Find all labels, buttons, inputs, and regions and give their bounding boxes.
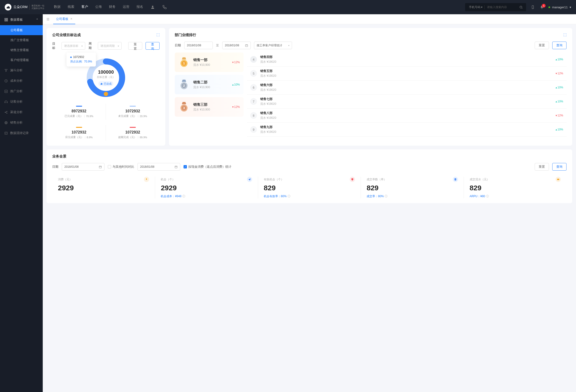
date-label: 日期 (175, 43, 181, 48)
nav-customers[interactable]: 客户 (82, 5, 88, 9)
search-type-select[interactable]: 手机号码 ▾ (467, 5, 485, 9)
sidebar-item-sales-mgr[interactable]: 销售主管看板 (0, 45, 43, 55)
sidebar-item-sales[interactable]: 销售分析 (0, 117, 43, 128)
period-label: 周期 (88, 42, 94, 50)
biz-card: 业务全景 日期 2018/01/08 与其他时间对比 2018/01/08 ✓按… (47, 150, 572, 203)
sidebar-item-company[interactable]: 公司看板 (0, 25, 43, 35)
period-select[interactable]: 请选择周期▾ (98, 42, 121, 50)
list-item: 8销售八部流水 ¥19020▾ 12% (247, 109, 567, 122)
expand-icon[interactable]: ⛶ (563, 33, 567, 37)
date-to[interactable]: 2018/01/08 (222, 42, 251, 49)
logo[interactable]: 云朵CRM 教育机构一站式服务云平台 (5, 4, 44, 10)
goal-total: 100000 (97, 69, 115, 75)
kpi-revenue: 成交流水（元） 829 ARPU：¥80ⓘ (464, 177, 567, 198)
phone-icon[interactable] (162, 5, 167, 9)
help-icon[interactable]: ⓘ (486, 194, 489, 198)
trend-down-icon: ▾ 12% (232, 105, 240, 109)
headset-icon (4, 100, 8, 104)
mode-select[interactable]: 按工单客户经理统计▾ (254, 42, 292, 49)
svg-point-5 (542, 8, 542, 9)
search-button[interactable] (518, 5, 524, 9)
list-item: 9销售九部流水 ¥19020▴ 10% (247, 122, 567, 137)
list-item: 4销售四部流水 ¥19020▴ 10% (247, 53, 567, 66)
goal-card: 公司业绩目标达成 ⛶ 目标 请选择目标▾ 周期 请选择周期▾ 重置 查询 (47, 28, 165, 146)
nav-leads[interactable]: 线索 (68, 5, 74, 9)
chart-icon (4, 90, 8, 93)
cash-checkbox[interactable]: ✓按现金消费（返点后消费）统计 (183, 165, 231, 169)
reset-button[interactable]: 重置 (535, 163, 549, 171)
logo-text: 云朵CRM (13, 5, 28, 9)
help-icon[interactable]: ⓘ (385, 194, 387, 198)
svg-rect-9 (6, 20, 8, 21)
card-icon (556, 177, 561, 182)
target-icon (4, 121, 8, 124)
kpi-opps: 机会（个） 2929 机会成本：¥948ⓘ (155, 177, 258, 198)
nav-finance[interactable]: 财务 (109, 5, 116, 9)
clock-icon (4, 79, 8, 83)
expand-icon[interactable]: ⛶ (156, 33, 160, 37)
reset-button[interactable]: 重置 (128, 42, 142, 50)
rank-top3: 1 销售一部流水 ¥10,900 ▾ 12% 2 销售二部流水 ¥10,900 … (175, 53, 244, 137)
nav-data[interactable]: 数据 (54, 5, 60, 9)
sidebar-item-promo-mgr[interactable]: 推广主管看板 (0, 35, 43, 45)
user-icon[interactable] (150, 5, 155, 9)
sidebar-item-funnel[interactable]: 漏斗分析 (0, 65, 43, 76)
query-button[interactable]: 查询 (552, 42, 567, 49)
biz-date1[interactable]: 2018/01/08 (62, 163, 105, 171)
thumb-icon (100, 82, 103, 85)
top-nav: 数据 线索 客户 公海 财务 运营 报名 (54, 5, 465, 9)
trend-up-icon: ▴ 10% (232, 83, 240, 86)
tab-company-dashboard[interactable]: 公司看板 ✕ (53, 14, 75, 24)
rank-2: 2 销售二部流水 ¥10,900 ▴ 10% (175, 75, 244, 94)
calendar-icon (245, 44, 248, 47)
goal-stats: 8972932 已完成量（元）70.9% 1072932 未完成量（元）20.9… (52, 104, 160, 141)
nav-signup[interactable]: 报名 (137, 5, 143, 9)
biz-date2[interactable]: 2018/01/08 (138, 163, 180, 171)
user-menu[interactable]: manager11 ▾ (548, 5, 571, 9)
sidebar-item-visitor[interactable]: 访客分析 (0, 96, 43, 107)
rank-body: 1 销售一部流水 ¥10,900 ▾ 12% 2 销售二部流水 ¥10,900 … (175, 53, 567, 137)
main: 公司看板 ✕ 公司业绩目标达成 ⛶ 目标 请选择目标▾ 周期 请选择周期▾ (43, 14, 576, 392)
flow-icon (4, 131, 8, 135)
sidebar-item-account-mgr[interactable]: 客户经理看板 (0, 55, 43, 65)
svg-point-16 (7, 113, 7, 114)
query-button[interactable]: 查询 (552, 163, 567, 171)
goal-title: 公司业绩目标达成 (52, 33, 81, 37)
query-button[interactable]: 查询 (145, 42, 160, 50)
close-icon[interactable]: ✕ (70, 17, 72, 20)
sidebar-item-flow[interactable]: 数据流转记录 (0, 128, 43, 138)
chevron-up-icon: ⌃ (36, 18, 38, 22)
search-input[interactable] (485, 5, 518, 9)
help-icon[interactable]: ⓘ (288, 194, 290, 198)
kpi-deals: 成交单数（单） 829 成交率：80%ⓘ (361, 177, 464, 198)
compare-checkbox[interactable]: 与其他时间对比 (108, 165, 134, 169)
notification-badge: 5 (542, 4, 546, 8)
calendar-icon (174, 165, 178, 168)
rank-title: 部门业绩排行 (175, 33, 196, 37)
sidebar-group-dashboard[interactable]: 数据看板 ⌃ (0, 14, 43, 25)
gold-medal-icon: 1 (178, 57, 189, 68)
header: 云朵CRM 教育机构一站式服务云平台 数据 线索 客户 公海 财务 运营 报名 … (0, 0, 576, 14)
nav-pool[interactable]: 公海 (95, 5, 102, 9)
target-select[interactable]: 请选择目标▾ (61, 42, 85, 50)
send-icon (247, 177, 252, 182)
reset-button[interactable]: 重置 (535, 42, 549, 49)
sidebar-item-channel[interactable]: 渠道分析 (0, 107, 43, 117)
svg-text:1: 1 (183, 62, 185, 65)
help-icon[interactable]: ⓘ (182, 194, 185, 198)
svg-rect-20 (5, 132, 7, 134)
chart-tooltip: 1072932 所占比例: 70.9% (66, 53, 96, 66)
mobile-icon[interactable] (530, 5, 535, 9)
cloud-icon (5, 4, 11, 10)
logo-subtitle: 教育机构一站式服务云平台 (29, 4, 44, 10)
sidebar-item-cost[interactable]: 成本分析 (0, 76, 43, 86)
sidebar-item-promo[interactable]: 推广分析 (0, 86, 43, 96)
funnel-icon (4, 69, 8, 72)
trend-down-icon: ▾ 12% (232, 60, 240, 64)
date-from[interactable]: 2018/01/08 (184, 42, 213, 49)
chevron-down-icon: ▾ (288, 44, 289, 47)
nav-ops[interactable]: 运营 (123, 5, 129, 9)
bell-icon[interactable]: 5 (539, 5, 544, 9)
svg-rect-13 (7, 102, 8, 103)
collapse-sidebar-icon[interactable] (45, 16, 51, 22)
